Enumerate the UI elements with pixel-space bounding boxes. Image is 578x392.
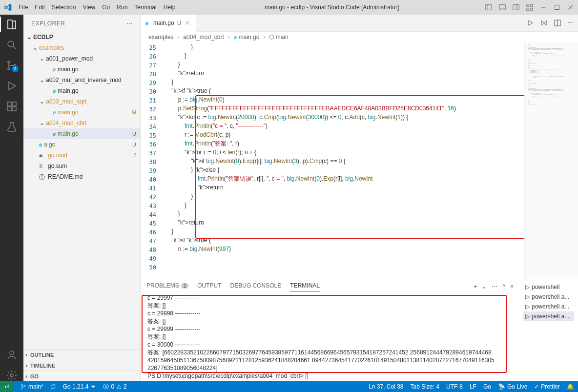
go-live[interactable]: 📡 Go Live (498, 383, 527, 390)
sync-icon[interactable] (50, 384, 56, 390)
svg-rect-4 (513, 5, 519, 10)
close-icon[interactable] (567, 4, 574, 11)
dropdown-icon[interactable]: ⌄ (482, 283, 487, 290)
go-version[interactable]: Go 1.21.4 ⏷ (63, 383, 97, 390)
settings-icon[interactable] (6, 370, 18, 381)
tree-item[interactable]: ⌄a002_mul_and_inverse_mod (23, 75, 140, 85)
menu-selection[interactable]: Selection (49, 2, 79, 13)
terminal-content[interactable]: c = 29997 -------------答案: []c = 29998 -… (141, 294, 519, 381)
tab-bar: ⅇ main.go U ⋯ (141, 15, 578, 32)
code-content[interactable]: } } } "k">return } "k">if "k">true { p :… (165, 42, 524, 279)
maximize-icon[interactable] (554, 4, 560, 11)
testing-icon[interactable] (6, 121, 18, 133)
panel-tabs: PROBLEMS2 OUTPUT DEBUG CONSOLE TERMINAL … (141, 279, 519, 294)
tab-problems[interactable]: PROBLEMS2 (146, 282, 188, 291)
window-controls (485, 4, 574, 11)
editor-body[interactable]: 2526272829303132333435363738394041424344… (141, 42, 578, 279)
tree-item[interactable]: ⅇmain.goU (23, 128, 140, 139)
tab-debug-console[interactable]: DEBUG CONSOLE (230, 282, 282, 291)
svg-rect-8 (527, 8, 529, 10)
tree-item[interactable]: ⌄examples (23, 42, 140, 53)
svg-rect-11 (555, 5, 559, 10)
terminal-item[interactable]: ▷ powershell a... (523, 311, 574, 321)
eol[interactable]: LF (470, 383, 476, 390)
menu-run[interactable]: Run (114, 2, 130, 13)
explorer-icon[interactable] (6, 19, 18, 30)
tree-item[interactable]: ⅇmain.go (23, 85, 140, 96)
notifications-icon[interactable]: 🔔 (567, 383, 574, 390)
workspace-root[interactable]: ⌄ECDLP (23, 32, 140, 42)
tree-item[interactable]: ≡go.mod2 (23, 150, 140, 161)
layout-icon-2[interactable] (499, 4, 506, 11)
scm-badge: 3 (12, 65, 19, 72)
menu-edit[interactable]: Edit (32, 2, 48, 13)
maximize-panel-icon[interactable]: ^ (502, 283, 505, 290)
svg-rect-20 (7, 102, 11, 106)
svg-point-24 (10, 351, 14, 355)
svg-line-15 (13, 46, 16, 49)
search-icon[interactable] (6, 39, 18, 51)
explorer-header: EXPLORER ⋯ (23, 15, 140, 32)
line-gutter: 2526272829303132333435363738394041424344… (141, 42, 165, 279)
breadcrumbs[interactable]: examplesa004_mod_cbrtⅇmain.go⬡ main (141, 32, 578, 42)
svg-rect-0 (486, 5, 492, 10)
tree-item[interactable]: ⅇa.goU (23, 139, 140, 150)
menu-terminal[interactable]: Terminal (131, 2, 159, 13)
svg-rect-6 (527, 4, 529, 6)
encoding[interactable]: UTF-8 (446, 383, 463, 390)
split-icon[interactable] (554, 19, 561, 27)
prettier[interactable]: ✓ Prettier (534, 383, 560, 390)
sidebar: EXPLORER ⋯ ⌄ECDLP ⌄examples⌄a001_power_m… (23, 15, 141, 381)
problems-status[interactable]: ⓧ 0 ⚠ 2 (103, 383, 126, 391)
tab-size[interactable]: Tab Size: 4 (411, 383, 439, 390)
terminal-item[interactable]: ▷ powershell (523, 282, 574, 292)
layout-icon[interactable] (485, 4, 492, 11)
statusbar: main* Go 1.21.4 ⏷ ⓧ 0 ⚠ 2 Ln 37, Col 38 … (0, 381, 578, 392)
tree-item[interactable]: ⌄a004_mod_cbrt (23, 118, 140, 128)
language-mode[interactable]: Go (483, 383, 491, 390)
source-control-icon[interactable]: 3 (6, 60, 18, 71)
customize-icon[interactable] (526, 4, 533, 11)
close-panel-icon[interactable]: × (510, 283, 514, 290)
remote-button[interactable] (0, 381, 14, 392)
more-icon[interactable]: ⋯ (126, 20, 133, 27)
compare-icon[interactable] (540, 19, 548, 27)
svg-rect-7 (531, 4, 533, 6)
menu-file[interactable]: File (16, 2, 31, 13)
tree-item[interactable]: ⅇmain.go (23, 64, 140, 75)
svg-marker-19 (9, 82, 16, 90)
sidebar-section[interactable]: › OUTLINE (23, 349, 140, 360)
tree-item[interactable]: ⅇmain.goM (23, 107, 140, 118)
more-icon[interactable]: ⋯ (492, 283, 497, 290)
new-terminal-icon[interactable]: + (474, 283, 477, 290)
svg-rect-22 (7, 107, 11, 111)
git-branch[interactable]: main* (21, 383, 43, 390)
minimize-icon[interactable] (540, 4, 547, 11)
tree-item[interactable]: ⌄a003_mod_sqrt (23, 96, 140, 107)
sidebar-section[interactable]: › TIMELINE (23, 360, 140, 371)
vscode-logo (4, 3, 12, 11)
tab-main-go[interactable]: ⅇ main.go U (141, 15, 196, 32)
close-tab-icon[interactable] (184, 20, 191, 26)
tree-item[interactable]: ⌄a001_power_mod (23, 53, 140, 64)
sidebar-section[interactable]: › GO (23, 371, 140, 381)
menu-view[interactable]: View (80, 2, 98, 13)
minimap[interactable]: } } } return } if true { p := big.NewInt… (524, 42, 578, 279)
terminal-item[interactable]: ▷ powershell a... (523, 292, 574, 302)
titlebar: File Edit Selection View Go Run Terminal… (0, 0, 578, 15)
run-icon[interactable] (526, 19, 534, 27)
account-icon[interactable] (6, 349, 18, 361)
extensions-icon[interactable] (6, 101, 18, 112)
tree-item[interactable]: ≡go.sum (23, 161, 140, 171)
tab-output[interactable]: OUTPUT (197, 282, 221, 291)
svg-point-31 (21, 384, 22, 385)
menu-go[interactable]: Go (99, 2, 113, 13)
tree-item[interactable]: ⓘREADME.md (23, 171, 140, 182)
cursor-pos[interactable]: Ln 37, Col 38 (369, 383, 403, 390)
layout-icon-3[interactable] (513, 4, 519, 11)
tab-terminal[interactable]: TERMINAL (290, 282, 320, 291)
terminal-item[interactable]: ▷ powershell a... (523, 302, 574, 311)
run-debug-icon[interactable] (6, 80, 18, 92)
menu-help[interactable]: Help (161, 2, 179, 13)
more-icon[interactable]: ⋯ (567, 19, 573, 27)
